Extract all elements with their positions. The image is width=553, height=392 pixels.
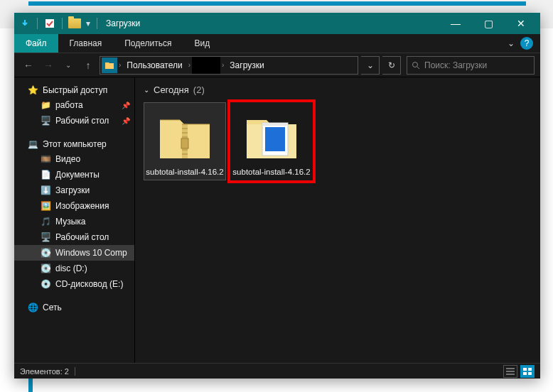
file-item-zip[interactable]: subtotal-install-4.16.2 <box>144 102 226 180</box>
address-bar: ← → ⌄ ↑ › Пользователи › › Загрузки ⌄ ↻ … <box>14 53 540 77</box>
sidebar-item-downloads[interactable]: ⬇️Загрузки <box>14 183 134 198</box>
sidebar-item-work[interactable]: 📁работа📌 <box>14 97 134 113</box>
sidebar-item-desktop[interactable]: 🖥️Рабочий стол📌 <box>14 113 134 129</box>
status-count: Элементов: 2 <box>20 367 69 376</box>
cd-icon: 💿 <box>40 278 51 290</box>
svg-rect-6 <box>262 123 288 126</box>
window-title: Загрузки <box>106 18 140 28</box>
downloads-icon: ⬇️ <box>40 185 51 196</box>
file-item-label: subtotal-install-4.16.2 <box>232 167 310 177</box>
svg-rect-3 <box>181 138 188 148</box>
tab-share[interactable]: Поделиться <box>113 34 183 53</box>
breadcrumb-downloads[interactable]: Загрузки <box>225 57 268 74</box>
sidebar-item-disc-d[interactable]: 💽disc (D:) <box>14 261 134 276</box>
file-item-label: subtotal-install-4.16.2 <box>146 167 223 177</box>
star-icon: ⭐ <box>27 85 38 96</box>
pictures-icon: 🖼️ <box>40 200 51 212</box>
explorer-window: ▾ Загрузки — ▢ ✕ Файл Главная Поделиться… <box>14 13 540 379</box>
search-input[interactable]: Поиск: Загрузки <box>407 56 535 75</box>
qat-dropdown-icon[interactable]: ▾ <box>84 16 92 31</box>
svg-rect-9 <box>523 372 527 375</box>
chevron-right-icon[interactable]: › <box>187 61 192 69</box>
minimize-button[interactable]: — <box>439 13 472 34</box>
refresh-button[interactable]: ↻ <box>382 56 401 75</box>
maximize-button[interactable]: ▢ <box>472 13 505 34</box>
sidebar[interactable]: ⭐ Быстрый доступ 📁работа📌 🖥️Рабочий стол… <box>14 77 135 363</box>
breadcrumb-user[interactable] <box>192 57 220 74</box>
sidebar-item-video[interactable]: 🎞️Видео <box>14 151 134 167</box>
title-bar[interactable]: ▾ Загрузки — ▢ ✕ <box>14 13 540 34</box>
view-icons-button[interactable] <box>520 365 535 378</box>
desktop-icon: 🖥️ <box>40 232 51 243</box>
status-bar: Элементов: 2 <box>14 363 540 379</box>
sidebar-network[interactable]: 🌐 Сеть <box>14 300 134 315</box>
folder-doc-icon <box>241 107 302 164</box>
help-icon[interactable]: ? <box>520 37 533 50</box>
video-icon: 🎞️ <box>40 153 51 165</box>
recent-dropdown[interactable]: ⌄ <box>60 57 77 74</box>
documents-icon: 📄 <box>40 169 51 180</box>
ribbon-expand-icon[interactable]: ⌄ <box>508 38 515 48</box>
music-icon: 🎵 <box>40 216 51 227</box>
sidebar-item-documents[interactable]: 📄Документы <box>14 167 134 183</box>
address-box[interactable]: › Пользователи › › Загрузки <box>100 56 358 75</box>
sidebar-this-pc[interactable]: 💻 Этот компьютер <box>14 137 134 151</box>
network-icon: 🌐 <box>27 302 38 313</box>
desktop-icon: 🖥️ <box>40 115 51 126</box>
search-placeholder: Поиск: Загрузки <box>424 60 487 70</box>
chevron-right-icon[interactable]: › <box>220 61 225 69</box>
svg-rect-10 <box>528 372 532 375</box>
ribbon-tabs: Файл Главная Поделиться Вид ⌄ ? <box>14 34 540 53</box>
back-button[interactable]: ← <box>20 57 37 74</box>
pin-icon: 📌 <box>122 102 130 109</box>
sidebar-quick-access[interactable]: ⭐ Быстрый доступ <box>14 83 134 97</box>
svg-rect-0 <box>45 19 54 28</box>
disk-icon: 💽 <box>40 263 51 274</box>
disk-icon: 💽 <box>40 247 51 258</box>
folder-icon <box>67 16 82 31</box>
up-button[interactable]: ↑ <box>80 57 97 74</box>
folder-icon <box>102 58 117 73</box>
qat-check-icon[interactable] <box>42 16 58 31</box>
group-header-today[interactable]: ⌄ Сегодня (2) <box>142 82 533 98</box>
chevron-down-icon: ⌄ <box>144 86 149 94</box>
pin-icon: 📌 <box>122 117 130 125</box>
chevron-right-icon[interactable]: › <box>117 61 122 69</box>
folder-icon: 📁 <box>40 99 51 111</box>
svg-rect-5 <box>265 127 285 151</box>
address-dropdown[interactable]: ⌄ <box>361 56 380 75</box>
sidebar-item-desktop2[interactable]: 🖥️Рабочий стол <box>14 229 134 245</box>
svg-rect-7 <box>523 368 527 371</box>
tab-home[interactable]: Главная <box>58 34 114 53</box>
tab-view[interactable]: Вид <box>183 34 221 53</box>
qat-down-icon[interactable] <box>17 16 33 31</box>
sidebar-item-cd[interactable]: 💿CD-дисковод (E:) <box>14 276 134 292</box>
sidebar-item-win10[interactable]: 💽Windows 10 Comp <box>14 245 134 261</box>
tab-file[interactable]: Файл <box>14 34 58 53</box>
svg-point-1 <box>413 62 418 67</box>
search-icon <box>412 61 420 70</box>
content-pane[interactable]: ⌄ Сегодня (2) subtotal-install-4.16.2 su… <box>135 77 540 363</box>
breadcrumb-users[interactable]: Пользователи <box>122 57 186 74</box>
file-item-folder[interactable]: subtotal-install-4.16.2 <box>230 102 313 180</box>
zip-icon <box>154 107 215 164</box>
close-button[interactable]: ✕ <box>505 13 537 34</box>
sidebar-item-pictures[interactable]: 🖼️Изображения <box>14 198 134 214</box>
sidebar-item-music[interactable]: 🎵Музыка <box>14 214 134 229</box>
forward-button[interactable]: → <box>40 57 57 74</box>
computer-icon: 💻 <box>27 138 38 150</box>
svg-rect-8 <box>528 368 532 371</box>
view-details-button[interactable] <box>503 365 517 378</box>
